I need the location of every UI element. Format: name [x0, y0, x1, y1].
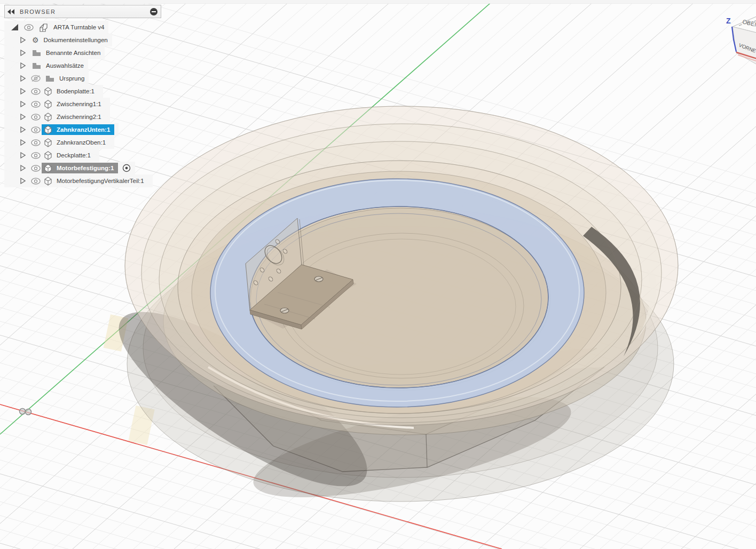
fusion-window: { "browser": { "title": "BROWSER", "item… [0, 0, 756, 549]
item-label: ARTA Turntable v4 [53, 24, 104, 30]
expander-icon[interactable] [20, 126, 26, 133]
item-label: Bodenplatte:1 [57, 88, 94, 94]
visibility-eye-icon[interactable] [31, 88, 41, 95]
item-label: Dokumenteinstellungen [44, 37, 108, 43]
tree-item-selection-sets[interactable]: Auswahlsätze [4, 59, 88, 72]
visibility-eye-icon[interactable] [31, 165, 41, 172]
body-cube-icon [43, 138, 53, 147]
tree-item-deckplatte[interactable]: Deckplatte:1 [4, 149, 99, 162]
browser-panel: BROWSER ARTA Turntable v4 ⚙ Dokumenteins… [4, 5, 229, 187]
folder-icon [45, 75, 54, 82]
tree-item-bodenplatte[interactable]: Bodenplatte:1 [4, 85, 103, 98]
expander-icon[interactable] [20, 88, 26, 94]
visibility-eye-icon[interactable] [31, 139, 41, 146]
z-axis-label: Z [726, 17, 731, 25]
body-cube-icon [43, 151, 53, 160]
body-cube-icon [43, 100, 53, 109]
visibility-eye-icon[interactable] [31, 114, 41, 121]
item-label: Zwischenring2:1 [57, 114, 101, 120]
gear-icon: ⚙ [32, 36, 39, 44]
selected-item-highlight[interactable]: ZahnkranzUnten:1 [42, 124, 114, 135]
expander-icon[interactable] [20, 114, 26, 120]
body-cube-icon [43, 87, 53, 96]
visibility-eye-icon[interactable] [31, 101, 41, 108]
active-item-highlight[interactable]: Motorbefestigung:1 [42, 163, 118, 173]
panel-title: BROWSER [20, 9, 150, 15]
tree-item-root[interactable]: ARTA Turntable v4 [4, 21, 108, 34]
expander-icon[interactable] [20, 178, 26, 184]
tree-item-named-views[interactable]: Benannte Ansichten [4, 46, 105, 59]
body-cube-icon [43, 177, 53, 186]
tree-item-zahnkranz-oben[interactable]: ZahnkranzOben:1 [4, 136, 114, 149]
expander-icon[interactable] [20, 152, 26, 158]
body-cube-icon [43, 125, 53, 134]
origin-marker[interactable] [20, 409, 32, 415]
tree-item-motorbefestigung-vertikal[interactable]: MotorbefestigungVertikalerTeil:1 [4, 174, 153, 187]
item-label: ZahnkranzOben:1 [57, 139, 106, 146]
viewcube[interactable]: OBEN VORNE Z [725, 2, 756, 71]
item-label: Motorbefestigung:1 [57, 165, 114, 171]
expander-icon[interactable] [20, 50, 26, 56]
visibility-eye-icon[interactable] [31, 152, 41, 159]
item-label: Ursprung [59, 75, 84, 82]
activate-component-radio-icon[interactable] [122, 164, 131, 172]
tree-item-document-settings[interactable]: ⚙ Dokumenteinstellungen [4, 34, 112, 46]
visibility-eye-icon[interactable] [24, 24, 34, 31]
tree-item-zwischenring1[interactable]: Zwischenring1:1 [4, 98, 110, 110]
folder-icon [32, 62, 41, 69]
item-label: Deckplatte:1 [57, 152, 91, 158]
browser-header: BROWSER [4, 5, 161, 18]
expander-icon[interactable] [20, 37, 26, 43]
component-icon [39, 23, 49, 32]
folder-icon [32, 50, 41, 57]
item-label: MotorbefestigungVertikalerTeil:1 [57, 178, 144, 184]
expander-icon[interactable] [20, 101, 26, 107]
expander-icon[interactable] [20, 165, 26, 171]
item-label: Auswahlsätze [46, 62, 84, 69]
browser-tree: ARTA Turntable v4 ⚙ Dokumenteinstellunge… [4, 21, 229, 187]
tree-item-motorbefestigung[interactable]: Motorbefestigung:1 [4, 162, 135, 174]
visibility-eye-icon[interactable] [31, 126, 41, 133]
tree-item-zahnkranz-unten[interactable]: ZahnkranzUnten:1 [4, 123, 119, 136]
tree-item-origin[interactable]: Ursprung [4, 72, 89, 85]
tree-item-zwischenring2[interactable]: Zwischenring2:1 [4, 110, 110, 123]
visibility-eye-icon[interactable] [31, 178, 41, 185]
visibility-off-eye-icon[interactable] [31, 75, 41, 82]
item-label: ZahnkranzUnten:1 [57, 126, 110, 133]
collapse-arrows-icon[interactable] [7, 9, 15, 14]
body-cube-icon [43, 113, 53, 122]
body-cube-icon [43, 164, 53, 173]
root-expander-icon[interactable] [11, 23, 19, 31]
remove-panel-button[interactable] [150, 8, 158, 15]
item-label: Zwischenring1:1 [57, 101, 101, 107]
expander-icon[interactable] [20, 75, 26, 82]
expander-icon[interactable] [20, 139, 26, 146]
item-label: Benannte Ansichten [46, 50, 100, 56]
expander-icon[interactable] [20, 62, 26, 69]
viewport-top-strip [0, 0, 756, 4]
